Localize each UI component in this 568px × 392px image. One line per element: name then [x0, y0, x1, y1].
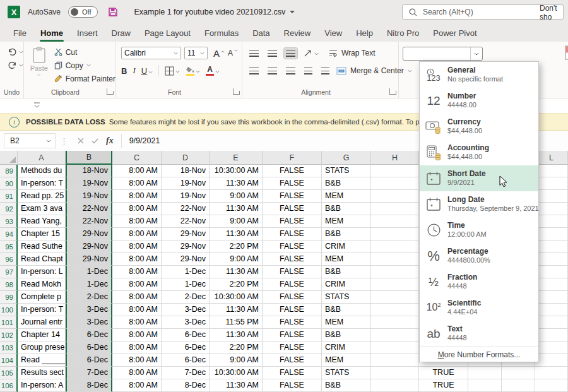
format-option-scientific[interactable]: 102Scientific4.44E+04 [420, 295, 538, 321]
shrink-font-button[interactable]: A [228, 49, 238, 57]
cut-button[interactable]: Cut [54, 45, 115, 59]
cell-d101[interactable]: 3-Dec [162, 316, 210, 329]
cell-b89[interactable]: 18-Nov [66, 165, 112, 177]
column-header-e[interactable]: E [210, 151, 263, 165]
cell-a106[interactable]: In-person: A [18, 379, 66, 392]
row-header-95[interactable]: 95 [0, 241, 18, 253]
font-size-combobox[interactable]: 11 [184, 47, 208, 59]
cell-a98[interactable]: Read Mokh [18, 278, 66, 291]
cell-d89[interactable]: 18-Nov [162, 165, 210, 177]
cell-h98[interactable] [371, 278, 419, 291]
column-header-c[interactable]: C [112, 151, 162, 165]
menu-tab-file[interactable]: File [6, 24, 33, 42]
clipboard-dialog-launcher[interactable] [107, 88, 113, 95]
menu-tab-review[interactable]: Review [277, 24, 318, 42]
cell-h95[interactable] [371, 241, 419, 253]
cell-e102[interactable]: 11:30 AM [210, 329, 263, 342]
insert-function-button[interactable]: fx [106, 136, 114, 146]
cell-c97[interactable]: 8:00 AM [112, 266, 162, 278]
row-header-104[interactable]: 104 [0, 354, 18, 367]
cell-l91[interactable] [535, 190, 568, 203]
cell-d102[interactable]: 6-Dec [162, 329, 210, 342]
cell-a95[interactable]: Read Suthe [18, 241, 66, 253]
cell-h90[interactable] [371, 177, 419, 190]
cell-l102[interactable] [535, 329, 568, 342]
cell-g91[interactable]: MEM [322, 190, 371, 203]
autosave-toggle[interactable]: Off [68, 6, 97, 18]
format-option-currency[interactable]: Currency$44,448.00 [420, 114, 538, 140]
column-header-f[interactable]: F [263, 151, 322, 165]
cell-d97[interactable]: 1-Dec [162, 266, 210, 278]
cell-g101[interactable]: MEM [322, 316, 371, 329]
cell-d104[interactable]: 6-Dec [162, 354, 210, 367]
menu-tab-insert[interactable]: Insert [70, 24, 105, 42]
cell-l98[interactable] [535, 278, 568, 291]
bold-button[interactable]: B [121, 66, 127, 76]
cell-e101[interactable]: 11:55 PM [210, 316, 263, 329]
cell-k105[interactable] [502, 367, 535, 379]
cell-c106[interactable]: 8:00 AM [112, 379, 162, 392]
column-header-g[interactable]: G [322, 151, 371, 165]
name-box[interactable]: B2 [4, 133, 56, 148]
cell-l103[interactable] [535, 342, 568, 354]
align-right-button[interactable] [284, 66, 297, 76]
row-header-97[interactable]: 97 [0, 266, 18, 278]
cell-a91[interactable]: Read pp. 25 [18, 190, 66, 203]
cell-c98[interactable]: 8:00 AM [112, 278, 162, 291]
font-dialog-launcher[interactable] [233, 88, 239, 95]
cell-d94[interactable]: 29-Nov [162, 228, 210, 241]
cell-b94[interactable]: 29-Nov [66, 228, 112, 241]
format-option-number[interactable]: 12Number44448.00 [420, 88, 538, 114]
number-format-dropdown-arrow[interactable] [470, 47, 482, 60]
menu-tab-formulas[interactable]: Formulas [198, 24, 246, 42]
cell-f102[interactable]: FALSE [263, 329, 322, 342]
cell-h92[interactable] [371, 203, 419, 215]
borders-button[interactable] [165, 66, 180, 76]
cell-l97[interactable] [535, 266, 568, 278]
number-format-combobox[interactable] [403, 47, 483, 61]
cell-g98[interactable]: CRIM [322, 278, 371, 291]
menu-tab-help[interactable]: Help [349, 24, 380, 42]
bottom-align-button[interactable] [284, 48, 297, 59]
cell-j106[interactable] [468, 379, 502, 392]
cell-e93[interactable]: 9:00 AM [210, 215, 263, 228]
cell-h89[interactable] [371, 165, 419, 177]
redo-button[interactable] [0, 59, 23, 72]
cancel-icon[interactable] [78, 138, 84, 144]
cell-b95[interactable]: 29-Nov [66, 241, 112, 253]
cell-e97[interactable]: 11:30 AM [210, 266, 263, 278]
cell-f101[interactable]: FALSE [263, 316, 322, 329]
cell-g102[interactable]: B&B [322, 329, 371, 342]
cell-c100[interactable]: 8:00 AM [112, 304, 162, 316]
cell-h99[interactable] [371, 291, 419, 304]
grow-font-button[interactable]: A [213, 48, 225, 59]
cell-a90[interactable]: In-person: T [18, 177, 66, 190]
align-left-button[interactable] [247, 66, 261, 76]
row-header-105[interactable]: 105 [0, 367, 18, 379]
copy-button[interactable]: Copy [54, 59, 115, 72]
menu-tab-home[interactable]: Home [33, 24, 70, 42]
cell-h100[interactable] [371, 304, 419, 316]
cell-e105[interactable]: 10:30:00 AM [210, 367, 263, 379]
middle-align-button[interactable] [266, 48, 279, 59]
cell-l100[interactable] [535, 304, 568, 316]
cell-g106[interactable]: B&B [322, 379, 371, 392]
cell-f92[interactable]: FALSE [263, 203, 322, 215]
cell-d100[interactable]: 3-Dec [162, 304, 210, 316]
cell-c99[interactable]: 8:00 AM [112, 291, 162, 304]
cell-i106[interactable]: TRUE [419, 379, 468, 392]
italic-button[interactable]: I [133, 66, 135, 76]
cell-f98[interactable]: FALSE [263, 278, 322, 291]
cell-d106[interactable]: 8-Dec [162, 379, 210, 392]
cell-c90[interactable]: 8:00 AM [112, 177, 162, 190]
cell-b97[interactable]: 1-Dec [66, 266, 112, 278]
select-all-corner[interactable] [0, 151, 18, 165]
cell-g97[interactable]: B&B [322, 266, 371, 278]
row-header-106[interactable]: 106 [0, 379, 18, 392]
cell-l89[interactable] [535, 165, 568, 177]
cell-e95[interactable]: 2:20 PM [210, 241, 263, 253]
cell-h93[interactable] [371, 215, 419, 228]
cell-h91[interactable] [371, 190, 419, 203]
conditional-formatting-button[interactable]: al [565, 45, 568, 98]
cell-b102[interactable]: 6-Dec [66, 329, 112, 342]
